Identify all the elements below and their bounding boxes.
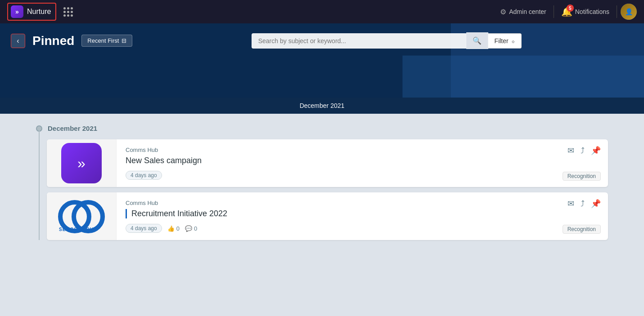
post-time-2: 4 days ago: [126, 224, 162, 233]
post-card-body-2: Comms Hub Recruitment Initiative 2022 4 …: [117, 192, 608, 240]
semos-logo-image: SEMOS CLOUD: [52, 196, 111, 236]
post-title-2[interactable]: Recruitment Initiative 2022: [126, 209, 599, 218]
timeline-section: December 2021 » Comms Hub New Sales camp…: [36, 125, 608, 240]
share-action-icon-2[interactable]: ⤴: [581, 199, 585, 209]
date-strip: December 2021: [0, 98, 644, 114]
date-strip-label: December 2021: [300, 102, 345, 109]
post-time-1: 4 days ago: [126, 171, 162, 180]
thumbs-up-icon: 👍: [167, 225, 175, 232]
nav-divider: [554, 5, 554, 18]
nav-left: » Nurture: [7, 3, 75, 21]
post-card-2: SEMOS CLOUD Comms Hub Recruitment Initia…: [47, 192, 608, 240]
main-content: December 2021 » Comms Hub New Sales camp…: [0, 114, 644, 316]
search-input[interactable]: [252, 33, 466, 49]
nurture-logo-image: »: [61, 143, 102, 183]
admin-center-button[interactable]: ⚙ Admin center: [496, 6, 549, 18]
hero-content: ‹ Pinned Recent First ⊟ 🔍 Filter ⬦: [0, 23, 644, 58]
post-meta-2: 4 days ago 👍 0 💬 0: [126, 224, 599, 233]
nav-right: ⚙ Admin center 🔔 5 Notifications 👤: [496, 4, 637, 20]
filter-icon: ⬦: [511, 37, 515, 45]
post-source-2: Comms Hub: [126, 200, 599, 206]
app-name-label: Nurture: [27, 8, 51, 16]
post-title-1[interactable]: New Sales campaign: [126, 156, 599, 165]
grid-menu-button[interactable]: [62, 5, 75, 18]
post-comments[interactable]: 💬 0: [185, 225, 197, 232]
notifications-label: Notifications: [575, 8, 609, 15]
search-icon: 🔍: [473, 36, 482, 45]
admin-center-label: Admin center: [509, 8, 546, 15]
post-meta-1: 4 days ago: [126, 171, 599, 180]
post-actions-1: ✉ ⤴ 📌: [567, 146, 601, 156]
app-logo[interactable]: » Nurture: [7, 3, 56, 21]
sort-label: Recent First: [87, 37, 119, 44]
admin-center-icon: ⚙: [500, 8, 506, 16]
post-actions-2: ✉ ⤴ 📌: [567, 199, 601, 209]
comments-count: 0: [194, 225, 197, 232]
post-card-image-1: »: [47, 139, 117, 187]
timeline-header: December 2021: [36, 125, 608, 132]
post-source-1: Comms Hub: [126, 147, 599, 153]
svg-text:SEMOS CLOUD: SEMOS CLOUD: [59, 227, 97, 232]
pin-action-icon-2[interactable]: 📌: [591, 199, 601, 209]
email-action-icon[interactable]: ✉: [567, 146, 574, 156]
search-button[interactable]: 🔍: [466, 32, 488, 49]
filter-button[interactable]: Filter ⬦: [488, 33, 522, 49]
page-title: Pinned: [32, 34, 74, 48]
likes-count: 0: [176, 225, 180, 232]
timeline-month: December 2021: [48, 125, 97, 132]
post-tag-1: Recognition: [563, 172, 601, 181]
hero-banner: ‹ Pinned Recent First ⊟ 🔍 Filter ⬦: [0, 23, 644, 98]
user-avatar[interactable]: 👤: [621, 4, 637, 20]
sort-button[interactable]: Recent First ⊟: [81, 35, 132, 47]
comment-icon: 💬: [185, 225, 192, 232]
logo-icon: »: [11, 5, 23, 18]
post-card-body-1: Comms Hub New Sales campaign 4 days ago: [117, 139, 608, 187]
notification-badge: 5: [567, 4, 574, 12]
share-action-icon[interactable]: ⤴: [581, 146, 585, 156]
email-action-icon-2[interactable]: ✉: [567, 199, 574, 209]
post-card: » Comms Hub New Sales campaign 4 days ag…: [47, 139, 608, 187]
pin-action-icon[interactable]: 📌: [591, 146, 601, 156]
avatar-image: 👤: [621, 4, 637, 20]
notifications-button[interactable]: 🔔 5 Notifications: [558, 4, 613, 19]
timeline-line: [39, 131, 40, 240]
back-button[interactable]: ‹: [11, 34, 25, 48]
sort-icon: ⊟: [122, 37, 126, 44]
top-nav: » Nurture ⚙ Admin center 🔔 5 Notificatio…: [0, 0, 644, 23]
post-likes[interactable]: 👍 0: [167, 225, 180, 232]
post-tag-2: Recognition: [563, 225, 601, 234]
post-card-image-2: SEMOS CLOUD: [47, 192, 117, 240]
search-area: 🔍 Filter ⬦: [252, 32, 522, 49]
nav-divider-2: [617, 5, 617, 18]
filter-label: Filter: [495, 37, 509, 45]
